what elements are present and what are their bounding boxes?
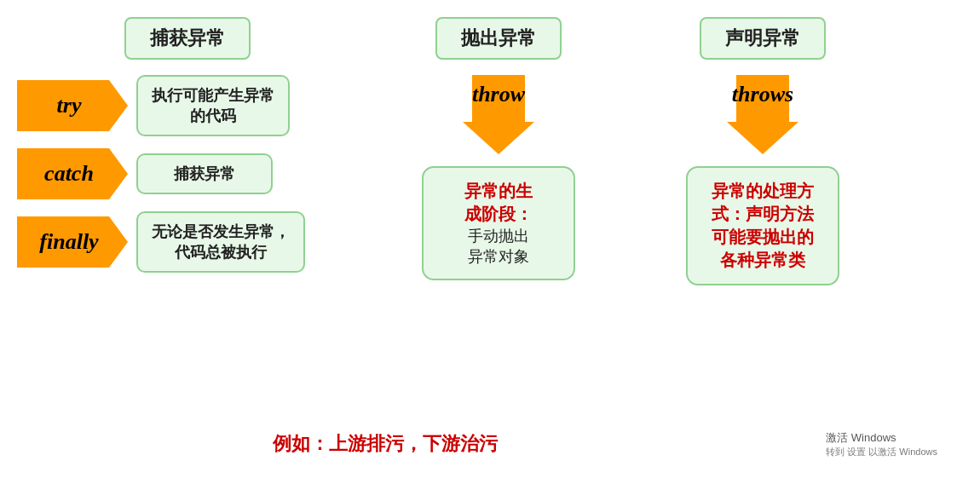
try-arrow: try (17, 80, 128, 131)
middle-desc-red: 异常的生成阶段： (439, 180, 558, 226)
throws-arrow-container: throws (736, 75, 789, 154)
try-desc: 执行可能产生异常的代码 (136, 75, 290, 136)
finally-label: finally (39, 229, 98, 255)
catch-arrow-body: catch (17, 148, 128, 199)
win-line2: 转到 设置 以激活 Windows (826, 446, 937, 458)
right-section: 声明异常 throws 异常的处理方式：声明方法可能要抛出的各种异常类 (622, 17, 895, 475)
try-label: try (57, 93, 82, 118)
right-title: 声明异常 (700, 17, 826, 60)
finally-row: finally 无论是否发生异常，代码总被执行 (17, 211, 366, 273)
throw-label: throw (472, 82, 525, 107)
win-line1: 激活 Windows (826, 430, 937, 446)
throws-arrow-tri (727, 122, 798, 154)
try-arrow-body: try (17, 80, 128, 131)
middle-section: 抛出异常 throw 异常的生成阶段： 手动抛出异常对象 (366, 17, 622, 475)
windows-activate: 激活 Windows 转到 设置 以激活 Windows (826, 430, 937, 458)
finally-desc: 无论是否发生异常，代码总被执行 (136, 211, 305, 273)
left-section: 捕获异常 try 执行可能产生异常的代码 catch 捕获异常 (9, 17, 366, 475)
throws-label: throws (732, 82, 793, 107)
finally-arrow-body: finally (17, 216, 128, 268)
throw-arrow-container: throw (472, 75, 525, 154)
middle-desc-box: 异常的生成阶段： 手动抛出异常对象 (422, 166, 575, 280)
right-desc-box: 异常的处理方式：声明方法可能要抛出的各种异常类 (686, 166, 839, 285)
middle-desc-normal: 手动抛出异常对象 (439, 226, 558, 267)
left-title: 捕获异常 (124, 17, 251, 60)
throw-arrow-tri (463, 122, 534, 154)
catch-desc: 捕获异常 (136, 153, 273, 194)
catch-label: catch (44, 161, 94, 187)
right-desc-red: 异常的处理方式：声明方法可能要抛出的各种异常类 (703, 180, 822, 272)
catch-row: catch 捕获异常 (17, 148, 366, 199)
finally-arrow: finally (17, 216, 128, 268)
catch-arrow: catch (17, 148, 128, 199)
middle-title: 抛出异常 (435, 17, 562, 60)
main-container: 捕获异常 try 执行可能产生异常的代码 catch 捕获异常 (0, 0, 980, 484)
keyword-rows: try 执行可能产生异常的代码 catch 捕获异常 finally (9, 75, 366, 273)
try-row: try 执行可能产生异常的代码 (17, 75, 366, 136)
example-text: 例如：上游排污，下游治污 (273, 431, 498, 457)
